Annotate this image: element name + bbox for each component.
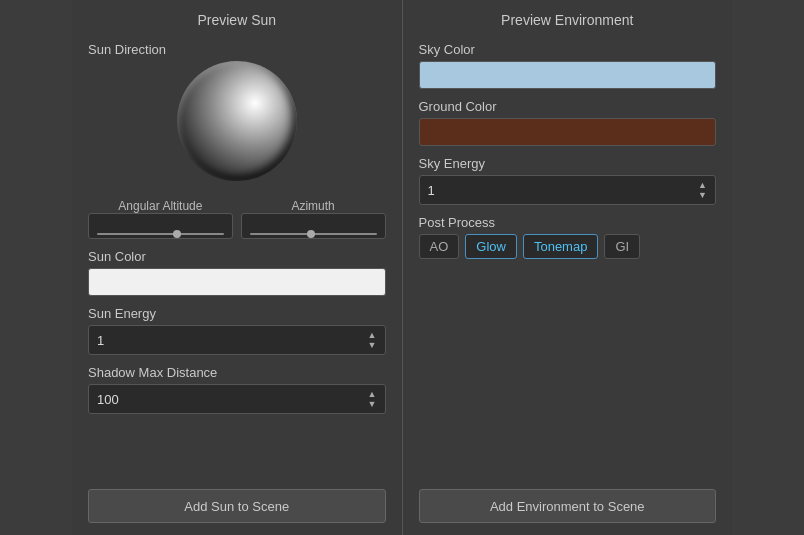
sun-energy-label: Sun Energy	[88, 306, 386, 321]
sky-color-section: Sky Color	[419, 42, 717, 89]
up-arrow-icon: ▲	[698, 181, 707, 190]
down-arrow-icon: ▼	[368, 341, 377, 350]
left-panel: Preview Sun Sun Direction Angular Altitu…	[72, 0, 403, 535]
add-sun-button[interactable]: Add Sun to Scene	[88, 489, 386, 523]
right-panel: Preview Environment Sky Color Ground Col…	[403, 0, 733, 535]
sun-energy-select[interactable]: 1 ▲ ▼	[88, 325, 386, 355]
sun-direction-section: Sun Direction	[88, 42, 386, 189]
sky-energy-section: Sky Energy 1 ▲ ▼	[419, 156, 717, 205]
shadow-max-distance-select[interactable]: 100 ▲ ▼	[88, 384, 386, 414]
angular-altitude-spinner[interactable]: 60	[88, 213, 233, 239]
post-process-section: Post Process AO Glow Tonemap GI	[419, 215, 717, 259]
sun-direction-label: Sun Direction	[88, 42, 386, 57]
sun-ball-container	[88, 61, 386, 181]
ground-color-section: Ground Color	[419, 99, 717, 146]
sky-energy-arrows: ▲ ▼	[698, 181, 707, 200]
pp-ao-button[interactable]: AO	[419, 234, 460, 259]
azimuth-slider	[250, 233, 377, 235]
sun-color-section: Sun Color	[88, 249, 386, 296]
sun-color-label: Sun Color	[88, 249, 386, 264]
sky-color-swatch[interactable]	[419, 61, 717, 89]
pp-tonemap-button[interactable]: Tonemap	[523, 234, 598, 259]
shadow-max-distance-section: Shadow Max Distance 100 ▲ ▼	[88, 365, 386, 414]
shadow-max-distance-label: Shadow Max Distance	[88, 365, 386, 380]
down-arrow-icon: ▼	[698, 191, 707, 200]
ground-color-swatch[interactable]	[419, 118, 717, 146]
altitude-slider	[97, 233, 224, 235]
add-environment-button[interactable]: Add Environment to Scene	[419, 489, 717, 523]
left-spacer	[88, 424, 386, 479]
sky-energy-label: Sky Energy	[419, 156, 717, 171]
pp-gi-button[interactable]: GI	[604, 234, 640, 259]
sky-energy-select[interactable]: 1 ▲ ▼	[419, 175, 717, 205]
azimuth-label: Azimuth	[241, 199, 386, 213]
right-panel-title: Preview Environment	[419, 12, 717, 28]
shadow-distance-arrows: ▲ ▼	[368, 390, 377, 409]
right-spacer	[419, 269, 717, 479]
down-arrow-icon: ▼	[368, 400, 377, 409]
altitude-azimuth-section: Angular Altitude Azimuth 60 30	[88, 199, 386, 239]
post-process-label: Post Process	[419, 215, 717, 230]
altitude-slider-thumb	[173, 230, 181, 238]
pp-glow-button[interactable]: Glow	[465, 234, 517, 259]
angular-altitude-label: Angular Altitude	[88, 199, 233, 213]
angle-spinners-row: 60 30	[88, 213, 386, 239]
sun-energy-value: 1	[97, 333, 104, 348]
sun-energy-section: Sun Energy 1 ▲ ▼	[88, 306, 386, 355]
main-container: Preview Sun Sun Direction Angular Altitu…	[72, 0, 732, 535]
post-process-buttons-row: AO Glow Tonemap GI	[419, 234, 717, 259]
up-arrow-icon: ▲	[368, 331, 377, 340]
sun-color-swatch[interactable]	[88, 268, 386, 296]
angular-altitude-input[interactable]: 60	[95, 219, 226, 234]
azimuth-spinner[interactable]: 30	[241, 213, 386, 239]
angle-labels-row: Angular Altitude Azimuth	[88, 199, 386, 213]
sun-energy-arrows: ▲ ▼	[368, 331, 377, 350]
ground-color-label: Ground Color	[419, 99, 717, 114]
azimuth-slider-thumb	[307, 230, 315, 238]
up-arrow-icon: ▲	[368, 390, 377, 399]
left-panel-title: Preview Sun	[88, 12, 386, 28]
sky-energy-value: 1	[428, 183, 435, 198]
sky-color-label: Sky Color	[419, 42, 717, 57]
shadow-max-distance-value: 100	[97, 392, 119, 407]
sun-direction-ball[interactable]	[177, 61, 297, 181]
